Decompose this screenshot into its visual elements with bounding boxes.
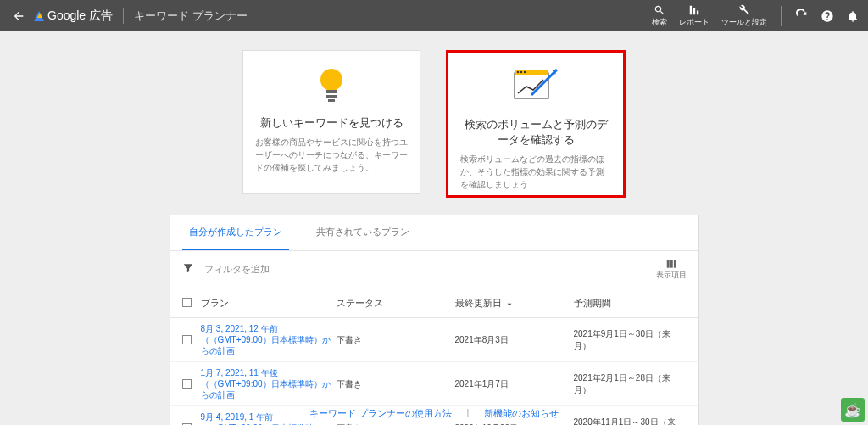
plan-status: 下書き: [337, 378, 455, 390]
header-tools: 検索 レポート ツールと設定: [652, 4, 860, 28]
filter-row: フィルタを追加 表示項目: [170, 251, 698, 288]
product-label: Google 広告: [47, 8, 113, 24]
plan-updated: 2021年8月3日: [455, 334, 574, 346]
plan-period: 2021年2月1日～28日（来月）: [574, 372, 687, 396]
svg-point-6: [517, 71, 519, 73]
discover-title: 新しいキーワードを見つける: [260, 115, 403, 131]
java-tray-icon[interactable]: ☕: [841, 398, 865, 422]
chart-arrow-icon: [506, 64, 565, 112]
app-header: Google 広告 キーワード プランナー 検索 レポート ツールと設定: [0, 0, 868, 31]
footer-separator: |: [467, 407, 470, 420]
volume-desc: 検索ボリュームなどの過去の指標のほか、そうした指標の効果に関する予測を確認しまし…: [460, 153, 611, 191]
header-divider-2: [781, 6, 782, 26]
plan-period: 2021年9月1日～30日（来月）: [574, 328, 687, 352]
help-button[interactable]: [821, 9, 834, 23]
help-icon: [821, 9, 834, 23]
columns-icon: [665, 258, 677, 270]
select-all-checkbox[interactable]: [182, 298, 192, 307]
th-period[interactable]: 予測期間: [574, 297, 687, 310]
columns-button[interactable]: 表示項目: [656, 258, 687, 281]
wrench-icon: [738, 4, 750, 16]
svg-rect-5: [515, 70, 548, 75]
th-status[interactable]: ステータス: [337, 297, 455, 310]
table-row: 1月 7, 2021, 11 午後（（GMT+09:00）日本標準時）からの計画…: [170, 362, 698, 406]
filter-label[interactable]: フィルタを追加: [204, 263, 270, 276]
footer-link-howto[interactable]: キーワード プランナーの使用方法: [309, 407, 452, 420]
refresh-icon: [795, 9, 809, 23]
lightbulb-icon: [313, 63, 350, 110]
svg-point-7: [520, 71, 522, 73]
columns-label: 表示項目: [656, 270, 687, 281]
report-icon: [688, 4, 700, 16]
table-header: プラン ステータス 最終更新日 予測期間: [170, 288, 698, 318]
discover-desc: お客様の商品やサービスに関心を持つユーザーへのリーチにつながる、キーワードの候補…: [255, 136, 408, 174]
logo-area: Google 広告: [34, 8, 113, 24]
filter-icon[interactable]: [182, 262, 194, 277]
header-divider: [123, 8, 124, 24]
plan-updated: 2021年1月7日: [455, 378, 574, 390]
row-checkbox[interactable]: [182, 379, 192, 389]
tool-title: キーワード プランナー: [134, 8, 248, 24]
footer-link-news[interactable]: 新機能のお知らせ: [484, 407, 559, 420]
tabs: 自分が作成したプラン 共有されているプラン: [170, 215, 698, 251]
bell-icon: [846, 9, 860, 23]
svg-rect-3: [328, 99, 335, 102]
report-label: レポート: [679, 17, 709, 28]
notifications-button[interactable]: [846, 9, 860, 23]
report-button[interactable]: レポート: [679, 4, 709, 28]
search-label: 検索: [652, 17, 667, 28]
volume-title: 検索のボリュームと予測のデータを確認する: [460, 117, 611, 148]
svg-rect-12: [670, 260, 672, 267]
row-checkbox[interactable]: [182, 335, 192, 344]
plans-panel: 自分が作成したプラン 共有されているプラン フィルタを追加 表示項目 プラン ス…: [170, 215, 699, 425]
svg-point-8: [524, 71, 526, 73]
plan-link[interactable]: 8月 3, 2021, 12 午前（（GMT+09:00）日本標準時）からの計画: [201, 323, 337, 356]
tab-my-plans[interactable]: 自分が作成したプラン: [182, 215, 289, 250]
th-updated[interactable]: 最終更新日: [455, 297, 574, 310]
sort-down-icon: [505, 299, 514, 307]
back-button[interactable]: [8, 9, 29, 23]
tab-shared-plans[interactable]: 共有されているプラン: [309, 215, 416, 250]
option-cards: 新しいキーワードを見つける お客様の商品やサービスに関心を持つユーザーへのリーチ…: [0, 50, 868, 198]
svg-rect-13: [673, 260, 675, 267]
table-row: 8月 3, 2021, 12 午前（（GMT+09:00）日本標準時）からの計画…: [170, 318, 698, 362]
discover-keywords-card[interactable]: 新しいキーワードを見つける お客様の商品やサービスに関心を持つユーザーへのリーチ…: [242, 50, 420, 194]
svg-rect-1: [326, 90, 337, 93]
plan-link[interactable]: 1月 7, 2021, 11 午後（（GMT+09:00）日本標準時）からの計画: [201, 367, 337, 400]
refresh-button[interactable]: [795, 9, 809, 23]
arrow-left-icon: [12, 9, 25, 23]
tools-label: ツールと設定: [721, 17, 767, 28]
svg-rect-2: [326, 95, 337, 98]
svg-point-0: [320, 69, 342, 91]
google-ads-logo-icon: [34, 11, 44, 21]
tools-button[interactable]: ツールと設定: [721, 4, 767, 28]
volume-forecast-card[interactable]: 検索のボリュームと予測のデータを確認する 検索ボリュームなどの過去の指標のほか、…: [446, 50, 626, 198]
svg-rect-11: [666, 260, 669, 267]
search-button[interactable]: 検索: [652, 4, 667, 28]
search-icon: [654, 4, 665, 16]
plan-status: 下書き: [337, 334, 455, 346]
th-plan[interactable]: プラン: [201, 297, 337, 310]
footer-links: キーワード プランナーの使用方法 | 新機能のお知らせ: [0, 402, 868, 425]
